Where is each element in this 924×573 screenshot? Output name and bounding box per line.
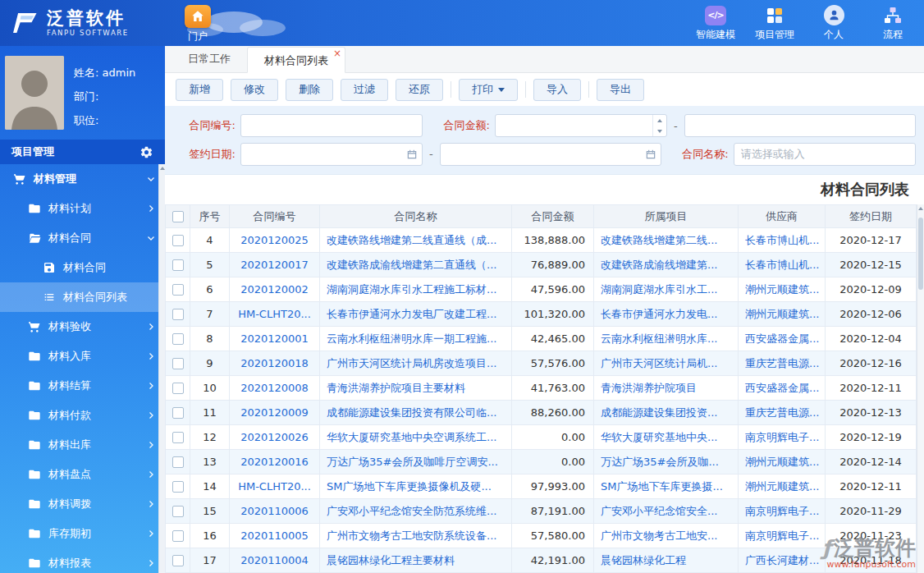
contract-name-link[interactable]: 改建铁路成渝线增建第二直通线（... (327, 259, 496, 271)
contract-name-link[interactable]: 湖南洞庭湖水库引水工程施工标材... (327, 283, 496, 296)
project-link[interactable]: 成都能源建设集团投资... (601, 406, 717, 419)
supplier-link[interactable]: 潮州元顺建筑... (745, 480, 819, 493)
amount-to-input[interactable] (685, 115, 915, 136)
sidebar-item-9[interactable]: 材料出库 (0, 430, 165, 460)
row-checkbox[interactable] (172, 333, 184, 345)
contract-name-input[interactable] (734, 144, 915, 165)
export-button[interactable]: 导出 (597, 79, 644, 101)
col-seq[interactable]: 序号 (190, 205, 230, 228)
close-icon[interactable]: × (333, 48, 341, 58)
contract-code-link[interactable]: 2020120008 (240, 382, 309, 394)
contract-code-link[interactable]: 2020110005 (240, 529, 309, 542)
sidebar-item-5[interactable]: 材料验收 (0, 312, 165, 342)
project-link[interactable]: 青海洪湖养护院项目 (601, 382, 697, 394)
col-project[interactable]: 所属项目 (594, 205, 739, 228)
add-button[interactable]: 新增 (176, 79, 223, 101)
contract-code-link[interactable]: 2020110006 (240, 505, 309, 517)
col-supplier[interactable]: 供应商 (739, 205, 826, 228)
row-checkbox[interactable] (172, 555, 184, 566)
spinner-up-icon[interactable] (653, 115, 666, 126)
sidebar-item-7[interactable]: 材料结算 (0, 371, 165, 401)
calendar-icon[interactable] (402, 144, 422, 165)
restore-button[interactable]: 还原 (396, 79, 443, 101)
project-link[interactable]: 湖南洞庭湖水库引水工... (601, 283, 717, 296)
sidebar-item-2[interactable]: 材料合同 (0, 223, 165, 253)
date-to-input[interactable] (441, 144, 641, 165)
supplier-link[interactable]: 南京明辉电子... (745, 529, 819, 542)
nav-workflow[interactable]: 流程 (867, 4, 919, 42)
col-contract-amount[interactable]: 合同金额 (512, 205, 594, 228)
project-link[interactable]: 万达广场35#会所及咖... (601, 456, 719, 468)
sidebar-item-0[interactable]: 材料管理 (0, 164, 165, 194)
content-scrollbar[interactable] (917, 204, 924, 573)
sidebar-scrollbar[interactable] (158, 164, 165, 573)
contract-name-link[interactable]: 广州市天河区统计局机房改造项目... (327, 357, 496, 369)
date-from-input[interactable] (241, 144, 402, 165)
contract-name-link[interactable]: 云南水利枢纽潜明水库一期工程施... (327, 332, 496, 345)
row-checkbox[interactable] (172, 284, 184, 296)
project-link[interactable]: 广安邓小平纪念馆安全... (601, 505, 717, 517)
supplier-link[interactable]: 广西长河建材... (745, 554, 819, 566)
contract-name-link[interactable]: 成都能源建设集团投资有限公司临... (327, 406, 496, 419)
contract-code-link[interactable]: 2020120018 (240, 357, 309, 369)
contract-code-link[interactable]: 2020120001 (240, 332, 309, 345)
print-button[interactable]: 打印 (459, 79, 518, 101)
contract-name-link[interactable]: 长春市伊通河水力发电厂改建工程... (327, 308, 496, 320)
row-checkbox[interactable] (172, 456, 184, 468)
sidebar-item-6[interactable]: 材料入库 (0, 342, 165, 371)
nav-project-management[interactable]: 项目管理 (748, 4, 801, 42)
sidebar-item-8[interactable]: 材料付款 (0, 401, 165, 430)
project-link[interactable]: 广州市天河区统计局机... (601, 357, 717, 369)
row-checkbox[interactable] (172, 309, 184, 320)
contract-code-input[interactable] (241, 115, 422, 136)
supplier-link[interactable]: 长春市博山机... (745, 259, 819, 271)
sidebar-item-10[interactable]: 材料盘点 (0, 460, 165, 489)
row-checkbox[interactable] (172, 481, 184, 493)
col-contract-code[interactable]: 合同编号 (230, 205, 320, 228)
contract-name-link[interactable]: 广州市文物考古工地安防系统设备... (327, 529, 496, 542)
row-checkbox[interactable] (172, 530, 184, 542)
contract-code-link[interactable]: 2020120009 (240, 406, 309, 419)
contract-code-link[interactable]: 2020120025 (240, 234, 309, 246)
project-link[interactable]: 华软大厦研究基地中央... (601, 431, 717, 443)
contract-code-link[interactable]: 2020120002 (240, 283, 309, 296)
contract-code-link[interactable]: 2020120017 (240, 259, 309, 271)
tab-daily-work[interactable]: 日常工作 (172, 46, 247, 72)
tab-material-contract-list[interactable]: 材料合同列表 × (247, 47, 345, 73)
row-checkbox[interactable] (172, 383, 184, 394)
row-checkbox[interactable] (172, 506, 184, 517)
spinner-down-icon[interactable] (653, 126, 666, 136)
contract-name-link[interactable]: 改建铁路线增建第二线直通线（成... (327, 234, 496, 246)
supplier-link[interactable]: 南京明辉电子... (745, 505, 819, 517)
supplier-link[interactable]: 重庆艺普电源... (745, 406, 819, 419)
row-checkbox[interactable] (172, 407, 184, 419)
contract-name-link[interactable]: 晨铭园林绿化工程主要材料 (327, 554, 455, 566)
supplier-link[interactable]: 潮州元顺建筑... (745, 308, 819, 320)
row-checkbox[interactable] (172, 432, 184, 443)
sidebar-item-4[interactable]: 材料合同列表 (0, 282, 165, 312)
project-link[interactable]: 改建铁路成渝线增建第... (601, 259, 717, 271)
select-all-checkbox[interactable] (172, 211, 184, 222)
sidebar-item-3[interactable]: 材料合同 (0, 253, 165, 282)
supplier-link[interactable]: 西安盛器金属... (745, 382, 819, 394)
col-sign-date[interactable]: 签约日期 (826, 205, 917, 228)
supplier-link[interactable]: 长春市博山机... (745, 234, 819, 246)
project-link[interactable]: 云南水利枢纽潜明水库... (601, 332, 717, 345)
row-checkbox[interactable] (172, 259, 184, 271)
project-link[interactable]: 广州市文物考古工地安... (601, 529, 717, 542)
portal-button[interactable]: 门户 (180, 2, 216, 44)
sidebar-item-12[interactable]: 库存期初 (0, 519, 165, 548)
project-link[interactable]: 长春市伊通河水力发电... (601, 308, 717, 320)
scroll-up-icon[interactable] (918, 207, 923, 210)
sidebar-item-11[interactable]: 材料调拨 (0, 489, 165, 519)
calendar-icon[interactable] (641, 144, 661, 165)
edit-button[interactable]: 修改 (231, 79, 278, 101)
supplier-link[interactable]: 潮州元顺建筑... (745, 283, 819, 296)
row-checkbox[interactable] (172, 235, 184, 246)
supplier-link[interactable]: 西安盛器金属... (745, 332, 819, 345)
contract-code-link[interactable]: 2020110004 (240, 554, 309, 566)
supplier-link[interactable]: 重庆艺普电源... (745, 357, 819, 369)
project-link[interactable]: SM广场地下车库更换摄... (601, 480, 723, 493)
import-button[interactable]: 导入 (533, 79, 581, 101)
sidebar-item-13[interactable]: 材料报表 (0, 548, 165, 573)
